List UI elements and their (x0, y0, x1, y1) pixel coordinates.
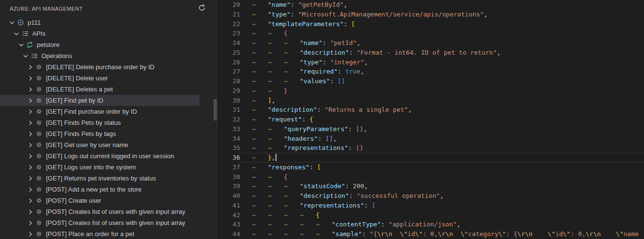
token-pun: : (348, 125, 356, 133)
chevron-right-icon[interactable] (26, 119, 34, 127)
chevron-right-icon[interactable] (26, 141, 34, 149)
tree-item-label: petstore (37, 41, 60, 48)
tab-whitespace-icon: → (268, 201, 284, 210)
chevron-right-icon[interactable] (26, 186, 34, 194)
refresh-button[interactable] (197, 4, 207, 14)
chevron-down-icon[interactable] (17, 41, 25, 49)
token-str: category (468, 230, 499, 238)
chevron-right-icon[interactable] (26, 164, 34, 171)
code-line[interactable]: 21→"type": "Microsoft.ApiManagement/serv… (219, 10, 644, 19)
code-line[interactable]: 36→}, (219, 153, 644, 163)
tree-item[interactable]: [GET] Returns pet inventories by status (0, 173, 218, 184)
tree-item[interactable]: [POST] Add a new pet to the store (0, 184, 218, 195)
token-pun: : (381, 221, 389, 228)
chevron-right-icon[interactable] (26, 197, 34, 205)
token-pun: , (457, 221, 460, 228)
token-pun: , (356, 39, 360, 46)
tab-whitespace-icon: → (252, 105, 268, 115)
tree-scrollbar[interactable] (214, 99, 217, 120)
tree-item[interactable]: [POST] Place an order for a pet (0, 228, 218, 239)
chevron-right-icon[interactable] (26, 152, 34, 160)
tree-item[interactable]: [POST] Creates list of users with given … (0, 206, 218, 217)
chevron-right-icon[interactable] (26, 75, 34, 82)
token-esc: \" (563, 230, 571, 238)
chevron-right-icon[interactable] (26, 230, 34, 238)
code-line[interactable]: 38→→{ (219, 172, 644, 182)
code-line[interactable]: 22→"templateParameters": [ (219, 19, 644, 29)
token-b1: { (309, 116, 313, 123)
chevron-down-icon[interactable] (22, 52, 30, 60)
code-line[interactable]: 44→→→→→"sample": "{\r\n \"id\": 0,\r\n \… (219, 229, 644, 239)
code-line[interactable]: 28→→→"values": [] (219, 76, 644, 86)
chevron-right-icon[interactable] (26, 208, 34, 216)
tree-item[interactable]: petstore (0, 39, 218, 50)
code-line[interactable]: 39→→→"statusCode": 200, (219, 181, 644, 191)
operation-icon (34, 141, 44, 149)
tree-item[interactable]: APIs (0, 28, 218, 39)
chevron-right-icon[interactable] (26, 86, 34, 93)
tab-whitespace-icon: → (284, 67, 300, 76)
tree-item[interactable]: [GET] Get user by user name (0, 139, 218, 150)
code-line[interactable]: 20→"name": "getPetById", (219, 0, 644, 10)
line-number: 34 (219, 134, 240, 144)
tab-whitespace-icon: → (252, 229, 268, 239)
tab-whitespace-icon: → (252, 201, 268, 210)
code-line[interactable]: 40→→→"description": "successful operatio… (219, 191, 644, 201)
tree-item[interactable]: [GET] Finds Pets by tags (0, 128, 218, 139)
token-esc: \" (498, 230, 506, 238)
chevron-right-icon[interactable] (26, 130, 34, 138)
code-line[interactable]: 25→→→"description": "Format - int64. ID … (219, 48, 644, 58)
code-line[interactable]: 34→→"headers": [], (219, 134, 644, 144)
tree-item[interactable]: Operations (0, 50, 218, 61)
tree-item[interactable]: [GET] Logs out current logged in user se… (0, 150, 218, 162)
code-line[interactable]: 26→→→"type": "integer", (219, 58, 644, 67)
chevron-right-icon[interactable] (26, 63, 34, 71)
code-line[interactable]: 23→→{ (219, 29, 644, 38)
token-str: "Microsoft.ApiManagement/service/apis/op… (298, 11, 484, 18)
chevron-right-icon[interactable] (26, 97, 34, 105)
chevron-down-icon[interactable] (13, 30, 21, 38)
code-line[interactable]: 41→→→"representations": [ (219, 201, 644, 210)
code-line[interactable]: 29→→} (219, 86, 644, 96)
chevron-right-icon[interactable] (26, 175, 34, 182)
tab-whitespace-icon: → (252, 58, 268, 67)
tree-item[interactable]: p111 (0, 17, 218, 28)
token-pun: , (363, 125, 367, 133)
tab-whitespace-icon: → (252, 67, 268, 76)
token-key: "description" (300, 49, 349, 56)
chevron-right-icon[interactable] (26, 219, 34, 227)
code-line[interactable]: 27→→→"required": true, (219, 67, 644, 76)
chevron-down-icon[interactable] (8, 19, 16, 27)
tree-item[interactable]: [GET] Find pet by ID (0, 95, 218, 106)
token-b2: [] (356, 144, 364, 151)
tab-whitespace-icon: → (284, 76, 300, 86)
token-key: "queryParameters" (284, 125, 348, 133)
code-line[interactable]: 30→], (219, 96, 644, 105)
tab-whitespace-icon: → (268, 134, 284, 144)
code-line[interactable]: 37→"responses": [ (219, 163, 644, 172)
code-line[interactable]: 33→→"queryParameters": [], (219, 124, 644, 134)
code-line[interactable]: 43→→→→→"contentType": "application/json"… (219, 220, 644, 229)
tree-item[interactable]: [DELETE] Delete purchase order by ID (0, 61, 218, 73)
tree-item[interactable]: [GET] Logs user into the system (0, 162, 218, 173)
tree-item[interactable]: [DELETE] Deletes a pet (0, 84, 218, 95)
tree-item[interactable]: [DELETE] Delete user (0, 73, 218, 84)
tree-item[interactable]: [POST] Creates list of users with given … (0, 217, 218, 228)
tree-item-label: [POST] Creates list of users with given … (46, 219, 185, 226)
tree-item[interactable]: [GET] Finds Pets by status (0, 117, 218, 128)
tab-whitespace-icon: → (284, 220, 300, 229)
tree-item-label: [GET] Find purchase order by ID (46, 108, 137, 115)
code-line[interactable]: 24→→→"name": "petId", (219, 38, 644, 48)
token-pun: : (349, 49, 357, 56)
code-line[interactable]: 32→"request": { (219, 115, 644, 124)
tree-item[interactable]: [GET] Find purchase order by ID (0, 106, 218, 117)
chevron-right-icon[interactable] (26, 108, 34, 116)
token-key: "templateParameters" (268, 20, 344, 28)
code-line-content: →→→"required": true, (240, 67, 644, 76)
code-line[interactable]: 31→"description": "Returns a single pet"… (219, 105, 644, 115)
tree-item[interactable]: [POST] Create user (0, 195, 218, 206)
line-number: 31 (219, 105, 240, 115)
code-line[interactable]: 35→→"representations": [] (219, 143, 644, 153)
code-line-content: →→→→{ (240, 210, 644, 220)
code-line[interactable]: 42→→→→{ (219, 210, 644, 220)
